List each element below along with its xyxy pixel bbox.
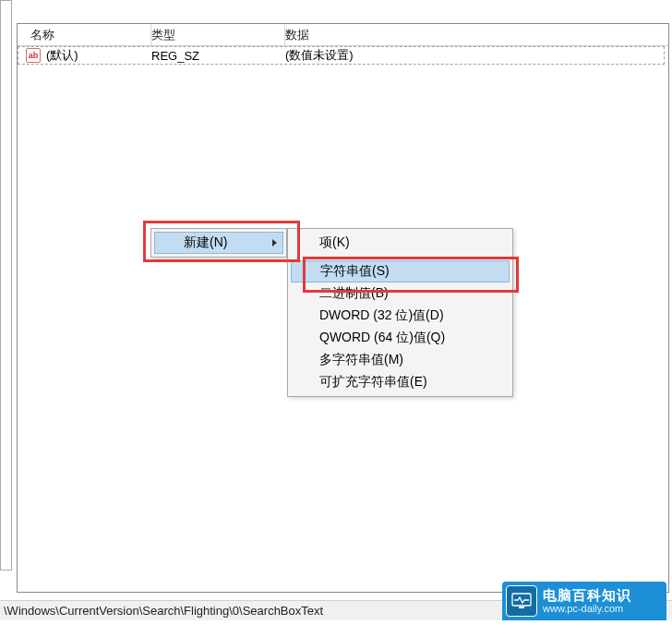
cell-data: (数值未设置): [285, 47, 354, 64]
menu-item-dword-value[interactable]: DWORD (32 位)值(D): [290, 305, 510, 327]
column-header-name[interactable]: 名称: [18, 24, 151, 45]
menu-item-label: QWORD (64 位)值(Q): [319, 330, 445, 346]
menu-item-qword-value[interactable]: QWORD (64 位)值(Q): [290, 327, 510, 349]
column-header-type[interactable]: 类型: [151, 24, 285, 45]
menu-item-label: 可扩充字符串值(E): [319, 374, 427, 391]
menu-item-label: 项(K): [319, 234, 350, 251]
status-path: \Windows\CurrentVersion\Search\Flighting…: [4, 604, 323, 618]
menu-item-label: DWORD (32 位)值(D): [319, 307, 444, 324]
column-header-data[interactable]: 数据: [285, 27, 668, 43]
menu-item-label: 字符串值(S): [320, 263, 390, 280]
menu-item-binary-value[interactable]: 二进制值(B): [290, 282, 510, 305]
menu-item-label: 新建(N): [184, 234, 227, 251]
splitter-handle[interactable]: [0, 0, 12, 571]
menu-item-label: 二进制值(B): [319, 285, 389, 302]
menu-item-key[interactable]: 项(K): [290, 232, 510, 254]
cell-type: REG_SZ: [151, 49, 285, 63]
context-submenu-new: 项(K) 字符串值(S) 二进制值(B) DWORD (32 位)值(D) QW…: [287, 228, 513, 397]
watermark-title: 电脑百科知识: [543, 588, 631, 604]
watermark-badge: 电脑百科知识 www.pc-daily.com: [502, 582, 666, 620]
svg-rect-1: [519, 607, 524, 608]
menu-item-string-value[interactable]: 字符串值(S): [291, 260, 510, 282]
list-row[interactable]: ab (默认) REG_SZ (数值未设置): [18, 46, 665, 65]
watermark-url: www.pc-daily.com: [543, 603, 631, 614]
cell-name: (默认): [46, 47, 151, 64]
watermark-monitor-icon: [506, 585, 537, 617]
menu-divider: [318, 257, 509, 258]
menu-item-multistring-value[interactable]: 多字符串值(M): [290, 349, 510, 371]
submenu-arrow-icon: [272, 239, 277, 246]
menu-item-label: 多字符串值(M): [319, 352, 403, 368]
column-header-row: 名称 类型 数据: [18, 24, 668, 46]
menu-item-expandstring-value[interactable]: 可扩充字符串值(E): [290, 371, 510, 393]
context-menu: 新建(N): [150, 228, 287, 258]
watermark-text: 电脑百科知识 www.pc-daily.com: [543, 588, 631, 615]
string-value-icon: ab: [26, 48, 41, 63]
menu-item-new[interactable]: 新建(N): [154, 232, 283, 254]
